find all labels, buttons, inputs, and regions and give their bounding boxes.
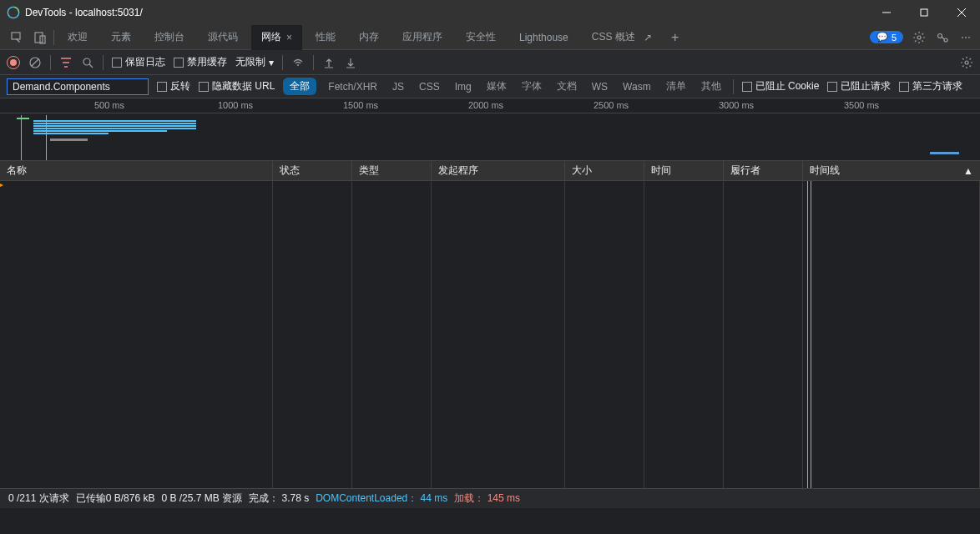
timeline-bar [50,139,88,141]
timeline-bar [17,118,29,119]
tab-network[interactable]: 网络× [251,25,302,50]
table-column [273,181,352,488]
tab-memory[interactable]: 内存 [349,25,389,50]
col-time[interactable]: 时间 [644,161,724,180]
filter-row: 反转 隐藏数据 URL 全部 Fetch/XHR JS CSS Img 媒体 字… [0,75,980,98]
throttle-select[interactable]: 无限制▾ [235,55,274,69]
filter-other[interactable]: 其他 [698,78,725,95]
timeline-overview[interactable]: 500 ms 1000 ms 1500 ms 2000 ms 2500 ms 3… [0,98,980,161]
filter-img[interactable]: Img [452,79,475,94]
filter-fetch-xhr[interactable]: Fetch/XHR [325,79,381,94]
filter-all[interactable]: 全部 [283,78,316,95]
tab-sources[interactable]: 源代码 [198,25,248,50]
third-party-checkbox[interactable]: 第三方请求 [899,79,962,93]
filter-js[interactable]: JS [389,79,407,94]
timeline-bar [33,123,196,124]
svg-line-15 [89,64,93,68]
svg-point-17 [965,61,968,64]
waterfall-load-line [811,181,811,488]
filter-doc[interactable]: 文档 [553,78,580,95]
filter-toggle-icon[interactable] [59,57,73,68]
col-waterfall[interactable]: 时间线▲ [803,161,980,180]
svg-point-16 [297,64,299,66]
svg-point-9 [938,33,942,38]
timeline-ruler: 500 ms 1000 ms 1500 ms 2000 ms 2500 ms 3… [0,98,980,113]
timeline-bar [33,128,196,129]
filter-font[interactable]: 字体 [518,78,545,95]
filter-css[interactable]: CSS [416,79,443,94]
dom-content-loaded-line [21,115,22,160]
wifi-icon[interactable] [291,57,305,68]
status-requests: 0 /211 次请求 [8,491,69,506]
status-finish: 完成： 3.78 s [249,491,309,506]
timeline-bar [33,130,167,132]
filter-wasm[interactable]: Wasm [619,79,654,94]
col-initiator[interactable]: 发起程序 [432,161,565,180]
svg-rect-2 [921,9,927,16]
network-settings-icon[interactable] [960,56,973,69]
status-resources: 0 B /25.7 MB 资源 [161,491,242,506]
tab-css-overview[interactable]: CSS 概述↗ [582,25,662,50]
filter-manifest[interactable]: 清单 [663,78,690,95]
svg-point-10 [944,38,947,42]
tab-elements[interactable]: 元素 [101,25,141,50]
feedback-icon[interactable] [935,31,950,44]
tab-application[interactable]: 应用程序 [392,25,452,50]
upload-icon[interactable] [322,57,336,68]
settings-icon[interactable] [912,31,927,44]
ruler-tick: 500 ms [94,100,124,110]
preserve-log-checkbox[interactable]: 保留日志 [112,55,165,69]
more-icon[interactable]: ⋯ [958,32,973,43]
waterfall-column [803,181,980,488]
table-column [565,181,644,488]
col-type[interactable]: 类型 [352,161,432,180]
waterfall-dom-line [807,181,808,488]
col-status[interactable]: 状态 [273,161,352,180]
tab-console[interactable]: 控制台 [144,25,194,50]
ruler-tick: 2000 ms [468,100,503,110]
filter-media[interactable]: 媒体 [483,78,510,95]
minimize-button[interactable] [867,0,905,25]
status-transferred: 已传输0 B/876 kB [76,491,155,506]
close-button[interactable] [942,0,980,25]
device-icon[interactable] [30,28,50,48]
close-tab-icon[interactable]: × [286,32,292,43]
ruler-tick: 3000 ms [719,100,754,110]
record-button[interactable] [7,56,20,69]
tab-lighthouse[interactable]: Lighthouse [509,25,578,50]
tab-welcome[interactable]: 欢迎 [58,25,98,50]
add-tab-icon[interactable]: + [665,28,685,48]
ruler-tick: 1000 ms [218,100,253,110]
hide-data-url-checkbox[interactable]: 隐藏数据 URL [199,79,275,93]
main-tabs: 欢迎 元素 控制台 源代码 网络× 性能 内存 应用程序 安全性 Lightho… [0,25,980,50]
download-icon[interactable] [344,57,357,68]
tab-performance[interactable]: 性能 [306,25,346,50]
ruler-tick: 1500 ms [343,100,378,110]
network-table-body: ▸ [0,181,980,488]
status-dom: DOMContentLoaded： 44 ms [316,491,447,506]
devtools-icon [7,6,20,19]
timeline-bar [33,120,196,122]
col-fulfilled-by[interactable]: 履行者 [724,161,803,180]
network-toolbar: 保留日志 禁用缓存 无限制▾ [0,50,980,75]
col-size[interactable]: 大小 [565,161,644,180]
titlebar: DevTools - localhost:5031/ [0,0,980,25]
invert-checkbox[interactable]: 反转 [157,79,190,93]
maximize-button[interactable] [905,0,942,25]
search-icon[interactable] [81,57,94,68]
filter-ws[interactable]: WS [589,79,611,94]
filter-input[interactable] [7,78,149,95]
col-name[interactable]: 名称 [0,161,273,180]
svg-rect-5 [12,33,20,39]
blocked-requests-checkbox[interactable]: 已阻止请求 [827,79,891,93]
inspect-icon[interactable] [7,28,27,48]
issues-badge[interactable]: 💬5 [870,31,903,43]
clear-icon[interactable] [28,57,42,68]
disable-cache-checkbox[interactable]: 禁用缓存 [174,55,227,69]
table-column [724,181,803,488]
tab-security[interactable]: 安全性 [456,25,506,50]
timeline-bars [0,115,980,160]
blocked-cookies-checkbox[interactable]: 已阻止 Cookie [742,79,820,93]
timeline-bar [930,152,959,154]
window-title: DevTools - localhost:5031/ [25,7,143,18]
